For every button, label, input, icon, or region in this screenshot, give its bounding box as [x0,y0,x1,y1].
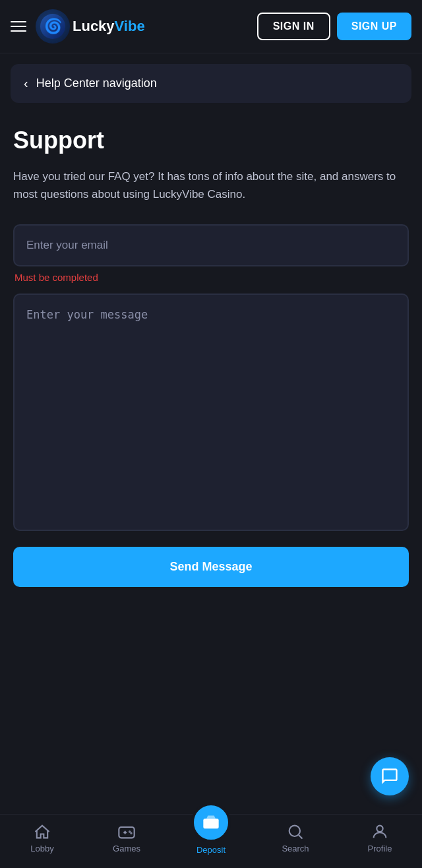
logo-icon: 🌀 [36,9,70,44]
deposit-icon [202,813,220,832]
bottom-nav: Lobby Games Deposit Search [0,814,422,868]
home-icon [33,822,51,841]
profile-icon [371,822,389,841]
main-content: Support Have you tried our FAQ yet? It h… [0,113,422,603]
svg-point-4 [289,826,300,836]
logo-vibe: Vibe [115,18,145,34]
signup-button[interactable]: SIGN UP [337,13,411,40]
lobby-label: Lobby [30,844,53,853]
nav-search[interactable]: Search [253,822,338,853]
svg-point-6 [377,826,382,832]
email-error-message: Must be completed [13,272,409,283]
deposit-circle [191,803,231,842]
deposit-label: Deposit [196,845,226,855]
nav-deposit[interactable]: Deposit [169,821,253,855]
svg-point-1 [129,831,130,832]
support-description: Have you tried our FAQ yet? It has tons … [13,168,409,203]
profile-label: Profile [368,844,392,853]
nav-games[interactable]: Games [84,822,169,853]
auth-buttons: SIGN IN SIGN UP [257,13,411,40]
logo[interactable]: 🌀 LuckyVibe [36,9,145,44]
breadcrumb-label: Help Center navigation [36,77,157,90]
signin-button[interactable]: SIGN IN [257,13,330,40]
logo-woman-icon: 🌀 [44,18,62,35]
chat-bubble-button[interactable] [371,757,409,795]
svg-point-3 [209,821,213,825]
svg-point-2 [131,833,131,834]
nav-profile[interactable]: Profile [338,822,422,853]
games-icon [117,822,136,841]
logo-text: LuckyVibe [73,18,145,35]
search-label: Search [282,844,309,853]
chat-icon [380,767,399,786]
games-label: Games [113,844,140,853]
menu-button[interactable] [11,21,26,32]
breadcrumb[interactable]: ‹ Help Center navigation [11,64,411,103]
svg-line-5 [299,835,302,838]
message-textarea[interactable] [13,294,409,531]
submit-button[interactable]: Send Message [13,547,409,587]
logo-lucky: Lucky [73,18,115,34]
search-icon [286,822,305,841]
page-title: Support [13,127,409,154]
email-field-wrapper [13,224,409,266]
header-left: 🌀 LuckyVibe [11,9,145,44]
nav-lobby[interactable]: Lobby [0,822,84,853]
header: 🌀 LuckyVibe SIGN IN SIGN UP [0,0,422,53]
back-icon[interactable]: ‹ [24,76,28,91]
email-input[interactable] [13,224,409,266]
